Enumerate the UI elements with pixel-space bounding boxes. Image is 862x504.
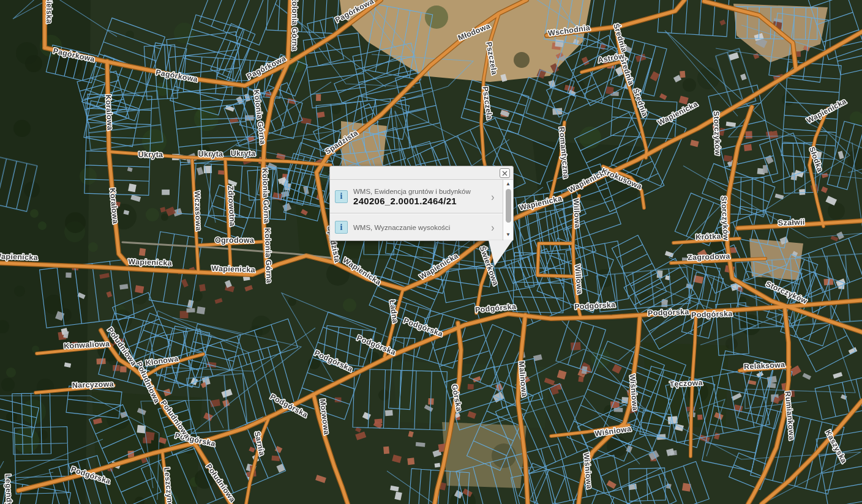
scroll-up-button[interactable]: ▲ [506,181,511,188]
street-label: Wapienicka [128,258,173,268]
popup-header [330,166,513,180]
item-title: WMS, Ewidencja gruntów i budynków [353,187,471,196]
item-value: 240206_2.0001.2464/21 [353,196,471,206]
street-label: Storczyków [712,111,722,155]
street-label: Wapienicka [0,252,39,262]
close-button[interactable] [500,168,510,178]
street-label: Wczasowa [193,191,203,232]
street-label: Zagrodowa [688,252,731,262]
popup-body: i WMS, Ewidencja gruntów i budynków 2402… [330,180,513,240]
street-label: Sielska [45,0,53,24]
street-label: Wapienicka [211,264,256,275]
scrollbar-thumb[interactable] [506,189,511,223]
street-label: Ukryta [231,149,256,158]
street-label: Krótka [695,232,722,241]
scroll-down-button[interactable]: ▼ [506,232,511,239]
info-popup: i WMS, Ewidencja gruntów i budynków 2402… [329,166,514,241]
street-label: Willowa [572,198,582,229]
street-label: Legendy [4,474,13,504]
info-icon: i [335,190,348,203]
street-label: Szałwii [778,218,805,228]
street-label: Podgórska [648,308,689,317]
close-icon [502,171,508,176]
chevron-right-icon[interactable]: › [491,191,497,202]
street-label: Tęczowa [669,379,703,389]
map-canvas[interactable]: SielskaPagórkowaPagórkowaPagórkowaPagórk… [0,0,862,504]
popup-pointer [488,240,514,267]
result-item[interactable]: i WMS, Ewidencja gruntów i budynków 2402… [330,180,503,213]
street-label: Kolonia Górna [290,0,299,51]
street-label: Ogrodowa [215,236,255,245]
chevron-right-icon[interactable]: › [491,221,497,233]
map-application: SielskaPagórkowaPagórkowaPagórkowaPagórk… [0,0,862,504]
street-label: Ukryta [138,150,163,159]
info-icon: i [335,221,348,234]
popup-scrollbar[interactable]: ▲ ▼ [503,180,513,240]
item-title: WMS, Wyznaczanie wysokości [353,223,450,232]
result-item[interactable]: i WMS, Wyznaczanie wysokości › [330,213,503,241]
street-label: Podgórska [691,309,733,319]
street-label: Narcyzowa [72,380,114,390]
street-label: Ukryta [198,150,223,158]
